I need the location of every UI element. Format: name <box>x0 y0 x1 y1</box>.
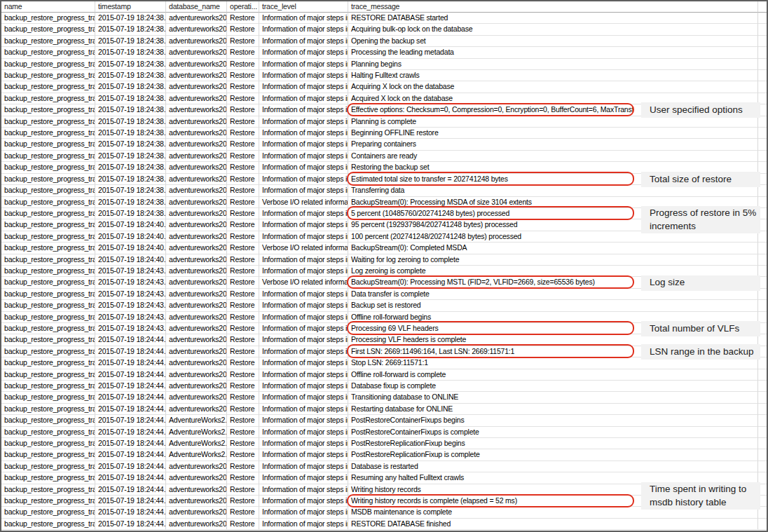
table-row[interactable]: backup_restore_progress_trace 2015-07-19… <box>1 300 767 311</box>
cell-trace-level: Information of major steps in ... <box>259 185 348 196</box>
cell-operation: Restore <box>227 231 259 243</box>
cell-trace-level: Information of major steps in ... <box>259 334 348 346</box>
cell-spacer <box>758 449 767 461</box>
cell-name: backup_restore_progress_trace <box>1 300 95 311</box>
cell-trace-level: Information of major steps in ... <box>259 312 348 323</box>
cell-trace-level: Information of major steps in ... <box>259 266 348 277</box>
cell-database-name: adventureworks2012 <box>166 116 227 128</box>
cell-operation: Restore <box>227 415 259 426</box>
cell-trace-level: Information of major steps in ... <box>259 13 348 24</box>
cell-operation: Restore <box>227 185 259 196</box>
table-row[interactable]: backup_restore_progress_trace 2015-07-19… <box>1 369 767 381</box>
cell-trace-level: Information of major steps in ... <box>259 357 348 369</box>
cell-timestamp: 2015-07-19 18:24:40.... <box>95 219 166 231</box>
table-row[interactable]: backup_restore_progress_trace 2015-07-19… <box>1 427 767 438</box>
table-row[interactable]: backup_restore_progress_trace 2015-07-19… <box>1 151 767 162</box>
cell-operation: Restore <box>227 104 259 116</box>
cell-trace-level: Information of major steps in ... <box>259 415 348 426</box>
cell-operation: Restore <box>227 162 259 173</box>
cell-trace-level: Information of major steps in ... <box>259 47 348 58</box>
cell-timestamp: 2015-07-19 18:24:43.... <box>95 277 166 288</box>
cell-timestamp: 2015-07-19 18:24:44.... <box>95 438 166 449</box>
cell-timestamp: 2015-07-19 18:24:44.... <box>95 392 166 403</box>
table-row[interactable]: backup_restore_progress_trace 2015-07-19… <box>1 139 767 150</box>
cell-trace-message: Restarting database for ONLINE <box>348 404 758 415</box>
cell-name: backup_restore_progress_trace <box>1 438 95 449</box>
column-header-name[interactable]: name <box>1 1 95 13</box>
cell-trace-level: Verbose I/O related informati... <box>259 243 348 254</box>
table-row[interactable]: backup_restore_progress_trace 2015-07-19… <box>1 519 767 530</box>
cell-name: backup_restore_progress_trace <box>1 266 95 277</box>
table-row[interactable]: backup_restore_progress_trace 2015-07-19… <box>1 461 767 472</box>
table-row[interactable]: backup_restore_progress_trace 2015-07-19… <box>1 47 767 58</box>
cell-database-name: adventureworks2012 <box>166 507 227 518</box>
cell-trace-level: Information of major steps in ... <box>259 93 348 104</box>
table-row[interactable]: backup_restore_progress_trace 2015-07-19… <box>1 381 767 392</box>
trace-message-text: Effective options: Checksum=0, Compressi… <box>348 104 633 115</box>
cell-timestamp: 2015-07-19 18:24:38.... <box>95 81 166 93</box>
table-row[interactable]: backup_restore_progress_trace 2015-07-19… <box>1 243 767 254</box>
cell-spacer <box>758 438 767 449</box>
table-row[interactable]: backup_restore_progress_trace 2015-07-19… <box>1 128 767 139</box>
cell-operation: Restore <box>227 254 259 266</box>
cell-operation: Restore <box>227 93 259 104</box>
trace-message-text: Offline roll-forward is complete <box>348 369 757 380</box>
cell-name: backup_restore_progress_trace <box>1 381 95 392</box>
column-header-timestamp[interactable]: timestamp <box>95 1 166 13</box>
cell-trace-level: Information of major steps in ... <box>259 381 348 392</box>
cell-operation: Restore <box>227 174 259 185</box>
cell-trace-message: Preparing containers <box>348 139 758 150</box>
cell-database-name: adventureworks2012 <box>166 208 227 219</box>
table-row[interactable]: backup_restore_progress_trace 2015-07-19… <box>1 449 767 461</box>
cell-trace-message: PostRestoreContainerFixups begins <box>348 415 758 426</box>
cell-trace-level: Information of major steps in ... <box>259 427 348 438</box>
cell-name: backup_restore_progress_trace <box>1 93 95 104</box>
cell-database-name: adventureworks2012 <box>166 128 227 139</box>
cell-trace-level: Information of major steps in ... <box>259 36 348 47</box>
table-row[interactable]: backup_restore_progress_trace 2015-07-19… <box>1 59 767 70</box>
cell-database-name: adventureworks2012 <box>166 254 227 266</box>
cell-timestamp: 2015-07-19 18:24:38.... <box>95 116 166 128</box>
cell-trace-level: Information of major steps in ... <box>259 59 348 70</box>
cell-operation: Restore <box>227 116 259 128</box>
column-header-trace-level[interactable]: trace_level <box>259 1 348 13</box>
trace-message-text: Preparing containers <box>348 139 757 149</box>
cell-name: backup_restore_progress_trace <box>1 219 95 231</box>
table-row[interactable]: backup_restore_progress_trace 2015-07-19… <box>1 392 767 403</box>
cell-operation: Restore <box>227 70 259 81</box>
table-row[interactable]: backup_restore_progress_trace 2015-07-19… <box>1 81 767 93</box>
cell-operation: Restore <box>227 277 259 288</box>
trace-message-text: Acquiring bulk-op lock on the database <box>348 24 757 34</box>
cell-name: backup_restore_progress_trace <box>1 116 95 128</box>
cell-spacer <box>758 392 767 403</box>
cell-database-name: adventureworks2012 <box>166 219 227 231</box>
cell-database-name: adventureworks2012 <box>166 323 227 334</box>
table-row[interactable]: backup_restore_progress_trace 2015-07-19… <box>1 24 767 35</box>
table-row[interactable]: backup_restore_progress_trace 2015-07-19… <box>1 13 767 24</box>
column-header-trace-message[interactable]: trace_message <box>348 1 758 13</box>
table-row[interactable]: backup_restore_progress_trace 2015-07-19… <box>1 404 767 415</box>
cell-database-name: adventureworks2012 <box>166 334 227 346</box>
table-row[interactable]: backup_restore_progress_trace 2015-07-19… <box>1 36 767 47</box>
cell-operation: Restore <box>227 243 259 254</box>
grid-header-row: name timestamp database_name operati... … <box>1 1 767 13</box>
cell-timestamp: 2015-07-19 18:24:38.... <box>95 128 166 139</box>
cell-timestamp: 2015-07-19 18:24:38.... <box>95 47 166 58</box>
cell-spacer <box>758 70 767 81</box>
cell-trace-message: BackupStream(0): Completed MSDA <box>348 243 758 254</box>
cell-timestamp: 2015-07-19 18:24:44.... <box>95 519 166 530</box>
cell-spacer <box>758 300 767 311</box>
column-header-database-name[interactable]: database_name <box>166 1 227 13</box>
table-row[interactable]: backup_restore_progress_trace 2015-07-19… <box>1 70 767 81</box>
trace-message-text: Resuming any halted Fulltext crawls <box>348 472 757 483</box>
column-header-operation[interactable]: operati... <box>227 1 259 13</box>
table-row[interactable]: backup_restore_progress_trace 2015-07-19… <box>1 415 767 426</box>
cell-name: backup_restore_progress_trace <box>1 312 95 323</box>
cell-trace-level: Information of major steps in ... <box>259 484 348 496</box>
cell-operation: Restore <box>227 312 259 323</box>
cell-name: backup_restore_progress_trace <box>1 415 95 426</box>
table-row[interactable]: backup_restore_progress_trace 2015-07-19… <box>1 254 767 266</box>
cell-trace-level: Information of major steps in ... <box>259 162 348 173</box>
table-row[interactable]: backup_restore_progress_trace 2015-07-19… <box>1 438 767 449</box>
trace-message-text: BackupStream(0): Completed MSDA <box>348 243 757 253</box>
